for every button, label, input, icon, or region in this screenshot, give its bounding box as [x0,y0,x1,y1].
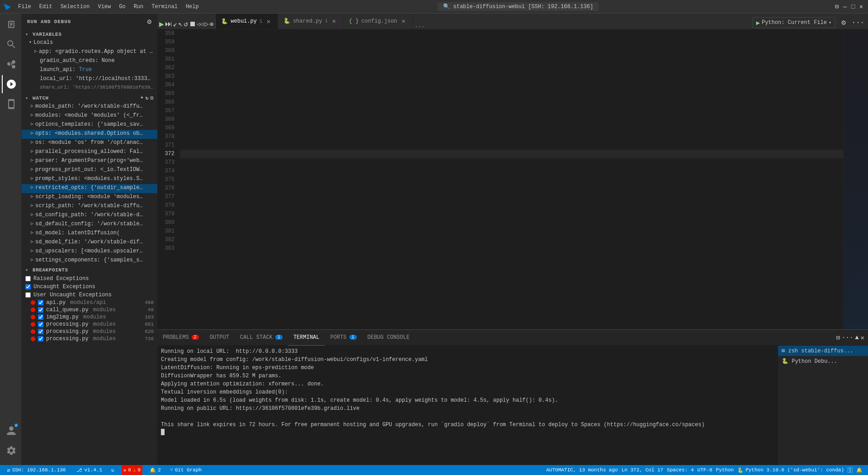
watch-item-9[interactable]: ▷restricted_opts: {'outdir_samples', 'ou… [22,184,157,193]
watch-refresh-icon[interactable]: ↻ [146,95,149,101]
var-launch-api[interactable]: launch_api: True [22,66,157,75]
watch-item-14[interactable]: ▷sd_model: LatentDiffusion( [22,229,157,238]
settings-icon[interactable] [2,442,20,460]
step-out-button[interactable]: ↖ [178,19,183,28]
watch-item-12[interactable]: ▷sd_configs_path: '/work/stable-diffusio… [22,211,157,220]
call-stack-panel-tab[interactable]: CALL STACK 1 [235,330,288,346]
code-line[interactable] [180,81,843,90]
watch-item-3[interactable]: ▷opts: <modules.shared.Options object at… [22,130,157,139]
var-share-url[interactable]: share_url: 'https://36106f570801efe39b.g… [22,84,157,93]
uncaught-exceptions[interactable]: Uncaught Exceptions [22,283,157,291]
encoding-status[interactable]: UTF-8 [696,465,714,475]
cursor-position-status[interactable]: Ln 372, Col 17 [620,465,665,475]
watch-item-7[interactable]: ▷progress_print_out: <_io.TextIOWrapper … [22,166,157,175]
user-uncaught-exceptions[interactable]: User Uncaught Exceptions [22,291,157,299]
tab-webui-py[interactable]: 🐍 webui.py 1 ✕ [216,14,278,29]
accounts-icon[interactable]: 2 [2,422,20,440]
var-gradio-auth[interactable]: gradio_auth_creds: None [22,57,157,66]
panel-close-button[interactable]: ✕ [861,334,864,342]
bp-file-2[interactable]: img2img.pymodules103 [22,314,157,321]
tab-shared-close-button[interactable]: ✕ [330,17,338,25]
bp-file-checkbox-2[interactable] [38,314,43,320]
code-line[interactable] [180,38,843,47]
watch-item-1[interactable]: ▷modules: <module 'modules' (<_frozen_im… [22,112,157,121]
remote-status[interactable]: ⇄ SSH: 192.168.1.136 [4,465,69,475]
source-control-activity-icon[interactable] [2,55,20,73]
raised-exceptions[interactable]: Raised Exceptions [22,275,157,283]
bp-file-checkbox-5[interactable] [38,336,43,342]
tab-shared-py[interactable]: 🐍 shared.py 1 ✕ [278,14,344,29]
output-panel-tab[interactable]: OUTPUT [204,330,235,346]
watch-item-11[interactable]: ▷script_path: '/work/stable-diffusion-we… [22,202,157,211]
watch-section-header[interactable]: ▾ WATCH + ↻ ⊟ [22,93,157,103]
raised-exceptions-checkbox[interactable] [25,276,31,281]
layout-toggle[interactable]: ⊟ [834,4,840,10]
code-line[interactable] [180,55,843,64]
git-branch-status[interactable]: ⎇ v1.4.1 [75,465,104,475]
terminal-session-zsh[interactable]: ⊞ zsh stable-diffus... [778,346,868,356]
search-activity-icon[interactable] [2,35,20,53]
panel-up-button[interactable]: ▲ [855,334,859,341]
gear-settings-button[interactable]: ⚙ [837,16,850,29]
explorer-activity-icon[interactable] [2,15,20,33]
bell-icon-status[interactable]: 🔔 [854,465,864,475]
new-file-icon[interactable]: ⚙ [147,17,152,26]
continue-button[interactable]: ▷ [204,19,209,28]
more-tabs-button[interactable]: ... [413,23,427,29]
spaces-status[interactable]: Spaces: 4 [665,465,695,475]
variables-section-header[interactable]: ▾ VARIABLES [22,30,157,39]
remote-flag-status[interactable]: 🇸 [846,465,854,475]
var-app[interactable]: ▷ app: <gradio.routes.App object at 0x7f… [22,48,157,57]
code-line[interactable] [180,158,843,167]
code-line[interactable] [180,133,843,141]
menu-selection[interactable]: Selection [57,3,94,11]
watch-add-icon[interactable]: + [140,95,143,101]
menu-edit[interactable]: Edit [36,3,56,11]
run-config-dropdown[interactable]: ▶ Python: Current File ▾ [752,17,836,28]
tab-webui-close-button[interactable]: ✕ [265,18,272,25]
code-line[interactable] [180,236,843,244]
menu-terminal[interactable]: Terminal [148,3,181,11]
tab-config-close-button[interactable]: ✕ [400,17,407,25]
stop-button[interactable]: ⏹ [189,20,196,28]
code-line[interactable] [180,72,843,81]
minimize-button[interactable]: — [842,4,848,10]
code-line[interactable] [180,47,843,55]
menu-help[interactable]: Help [182,3,203,11]
errors-status[interactable]: ✕ 0 ⚠ 0 [122,465,142,475]
watch-item-4[interactable]: ▷os: <module 'os' from '/opt/anaconda3/e… [22,139,157,148]
code-line[interactable] [180,107,843,115]
code-line[interactable] [180,90,843,98]
bp-file-checkbox-1[interactable] [38,307,43,313]
menu-view[interactable]: View [94,3,114,11]
code-line[interactable] [180,193,843,201]
code-line[interactable] [180,176,843,184]
bp-file-checkbox-4[interactable] [38,329,43,334]
panel-split-button[interactable]: ⊟ [836,334,840,342]
git-graph-status[interactable]: ⑂ Git Graph [168,465,203,475]
code-line[interactable] [180,115,843,124]
code-line[interactable] [180,201,843,210]
bp-file-5[interactable]: processing.pymodules736 [22,335,157,342]
language-status[interactable]: Python [714,465,736,475]
restart-button[interactable]: ↺ [184,19,188,28]
code-line[interactable] [180,64,843,72]
code-line[interactable] [180,227,843,236]
watch-item-13[interactable]: ▷sd_default_config: '/work/stable-diffus… [22,220,157,229]
menu-run[interactable]: Run [130,3,147,11]
watch-item-6[interactable]: ▷parser: ArgumentParser(prog='webui.py',… [22,157,157,166]
code-line[interactable] [180,167,843,176]
watch-item-2[interactable]: ▷options_templates: {'samples_save': <mo… [22,121,157,130]
code-line[interactable] [180,244,843,253]
watch-item-15[interactable]: ▷sd_model_file: '/work/stable-diffusion-… [22,238,157,247]
sync-status[interactable]: ↻ [109,465,116,475]
watch-item-16[interactable]: ▷sd_upscalers: [<modules.upscaler.Up...c… [22,247,157,256]
uncaught-exceptions-checkbox[interactable] [25,284,31,290]
bp-file-4[interactable]: processing.pymodules620 [22,328,157,335]
step-back-button[interactable]: ◁◁ [197,21,203,28]
close-button[interactable]: ✕ [858,4,864,10]
bp-file-3[interactable]: processing.pymodules601 [22,321,157,328]
code-line[interactable] [180,184,843,193]
hotspot-button[interactable]: ⊕ [210,20,213,28]
auto-status[interactable]: AUTOMATIC, 13 months ago [544,465,619,475]
